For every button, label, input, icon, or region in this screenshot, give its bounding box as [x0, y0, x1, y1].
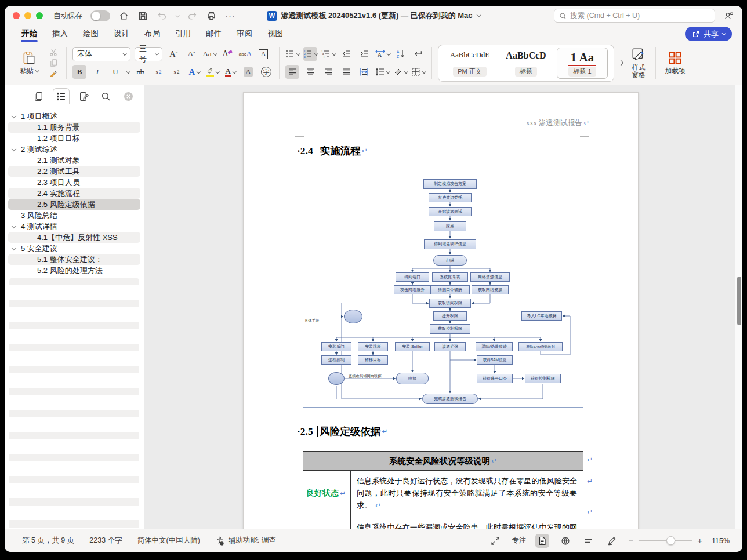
zoom-window-button[interactable]	[36, 12, 43, 19]
borders-button[interactable]	[411, 65, 425, 79]
align-center-button[interactable]	[303, 65, 317, 79]
more-toolbar-icon[interactable]: ···	[225, 11, 235, 21]
enclose-characters-button[interactable]: 字	[259, 65, 273, 79]
zoom-in-button[interactable]: +	[697, 536, 702, 546]
ribbon-tab-9[interactable]: 视图	[261, 26, 289, 42]
highlight-color-button[interactable]	[205, 65, 219, 79]
thumbnails-tab[interactable]	[30, 88, 47, 104]
ribbon-tab-6[interactable]: 引用	[169, 26, 197, 42]
multilevel-list-button[interactable]: 1ai	[321, 47, 335, 61]
outline-item-14[interactable]: 5.1 整体安全建议：	[8, 254, 140, 265]
scrollbar-thumb[interactable]	[737, 277, 741, 325]
style-card-标题 1[interactable]: 1 Aa标题 1	[557, 48, 608, 79]
minimize-window-button[interactable]	[24, 12, 31, 19]
bullets-button[interactable]	[285, 47, 299, 61]
review-tab[interactable]	[75, 88, 92, 104]
draft-view-icon[interactable]	[582, 534, 596, 548]
shrink-font-button[interactable]: Aˇ	[184, 47, 198, 61]
title-menu-chevron-icon[interactable]	[477, 12, 481, 17]
autosave-toggle[interactable]	[90, 10, 110, 21]
outline-item-10[interactable]: 3 风险总结	[8, 210, 140, 221]
outline-item-11[interactable]: 4 测试详情	[8, 221, 140, 232]
underline-button[interactable]: U	[108, 65, 122, 79]
home-icon[interactable]	[118, 10, 129, 21]
redo-icon[interactable]	[187, 10, 198, 21]
collapse-chevron-icon[interactable]	[12, 147, 16, 151]
print-layout-view-icon[interactable]	[535, 534, 549, 548]
collapse-chevron-icon[interactable]	[12, 114, 16, 118]
underline-chevron-icon[interactable]	[126, 70, 130, 74]
outline-item-7[interactable]: 2.3 项目人员	[8, 177, 140, 188]
zoom-out-button[interactable]: −	[628, 536, 633, 546]
cut-icon[interactable]	[46, 48, 60, 58]
font-name-select[interactable]: 宋体	[72, 47, 130, 61]
focus-label[interactable]: 专注	[512, 536, 526, 546]
align-left-button[interactable]	[285, 65, 299, 79]
format-painter-icon[interactable]	[46, 68, 60, 78]
outline-item-1[interactable]: 1 项目概述	[8, 111, 140, 122]
shading-button[interactable]	[393, 65, 407, 79]
sidebar-search-tab[interactable]	[98, 88, 115, 104]
ribbon-tab-7[interactable]: 邮件	[200, 26, 228, 42]
style-card-标题[interactable]: AaBbCcD标题	[501, 48, 552, 79]
collapse-chevron-icon[interactable]	[12, 224, 16, 228]
ribbon-tab-4[interactable]: 设计	[107, 26, 136, 42]
style-pane-button[interactable]: 样式窗格	[628, 47, 650, 79]
search-input[interactable]: 搜索 (Cmd + Ctrl + U)	[554, 9, 715, 23]
copy-icon[interactable]	[46, 58, 60, 68]
line-spacing-button[interactable]	[375, 65, 389, 79]
font-size-select[interactable]: 三号	[135, 47, 162, 61]
outline-item-3[interactable]: 1.2 项目目标	[8, 133, 140, 144]
zoom-slider[interactable]	[639, 540, 692, 541]
numbering-button[interactable]: 123	[303, 47, 317, 61]
risk-level-table[interactable]: 系统安全风险状况等级说明↵ 良好状态↵信息系统处于良好运行状态，没有发现或只存在…	[303, 451, 583, 529]
subscript-button[interactable]: x2	[151, 65, 165, 79]
phonetic-guide-button[interactable]: abcA	[238, 47, 252, 61]
decrease-indent-button[interactable]	[339, 47, 353, 61]
web-layout-view-icon[interactable]	[559, 534, 572, 548]
ribbon-tab-3[interactable]: 绘图	[77, 26, 105, 42]
style-gallery-expand-icon[interactable]	[618, 60, 624, 66]
outline-item-13[interactable]: 5 安全建议	[8, 243, 140, 254]
justify-button[interactable]	[339, 65, 353, 79]
outline-item-2[interactable]: 1.1 服务背景	[8, 122, 140, 133]
outline-item-6[interactable]: 2.2 测试工具	[8, 166, 140, 177]
character-shading-button[interactable]: A	[241, 65, 255, 79]
vertical-scrollbar[interactable]	[735, 85, 742, 529]
save-icon[interactable]	[137, 10, 148, 21]
addins-button[interactable]: 加载项	[662, 50, 689, 75]
undo-icon[interactable]	[157, 10, 168, 21]
zoom-percentage[interactable]: 115%	[712, 537, 730, 545]
accessibility-status[interactable]: ! 辅助功能: 调查	[215, 536, 276, 546]
ribbon-tab-8[interactable]: 审阅	[230, 26, 259, 42]
superscript-button[interactable]: x2	[169, 65, 183, 79]
outline-item-12[interactable]: 4.1【中危】反射性 XSS	[8, 232, 140, 243]
ribbon-tab-5[interactable]: 布局	[138, 26, 166, 42]
outline-tab[interactable]	[53, 88, 70, 104]
character-border-button[interactable]: A	[256, 47, 270, 61]
editing-mode-icon[interactable]	[605, 534, 619, 548]
presence-contacts-icon[interactable]	[723, 10, 734, 21]
font-color-button[interactable]: A	[223, 65, 237, 79]
word-count[interactable]: 2233 个字	[89, 536, 122, 546]
distribute-text-button[interactable]	[357, 65, 371, 79]
language-indicator[interactable]: 简体中文(中国大陆)	[137, 536, 200, 546]
ribbon-tab-1[interactable]: 开始	[15, 26, 43, 42]
sort-button[interactable]: AZ	[394, 47, 408, 61]
outline-item-4[interactable]: 2 测试综述	[8, 144, 140, 155]
document-page[interactable]: xxx 渗透测试报告↵ ·2.4 实施流程 ↵ 制定模拟攻击方案客户签订委托开始…	[243, 92, 639, 529]
outline-item-5[interactable]: 2.1 测试对象	[8, 155, 140, 166]
show-marks-button[interactable]	[412, 47, 426, 61]
align-right-button[interactable]	[321, 65, 335, 79]
pentest-flowchart-image[interactable]: 制定模拟攻击方案客户签订委托开始渗透测试踩点得到域名或IP信息扫描得到端口系统账…	[303, 174, 583, 408]
ribbon-tab-2[interactable]: 插入	[46, 26, 74, 42]
undo-menu-chevron-icon[interactable]	[176, 13, 180, 17]
increase-indent-button[interactable]	[357, 47, 371, 61]
outline-item-8[interactable]: 2.4 实施流程	[8, 188, 140, 199]
outline-item-9[interactable]: 2.5 风险定级依据	[8, 199, 140, 210]
change-case-button[interactable]: Aa	[202, 47, 216, 61]
style-card-PM 正文[interactable]: AaBbCcDdEPM 正文	[444, 48, 495, 79]
share-button[interactable]: 共享	[685, 27, 732, 41]
text-effects-button[interactable]: A	[187, 65, 201, 79]
paste-button[interactable]: 粘贴	[15, 46, 43, 80]
